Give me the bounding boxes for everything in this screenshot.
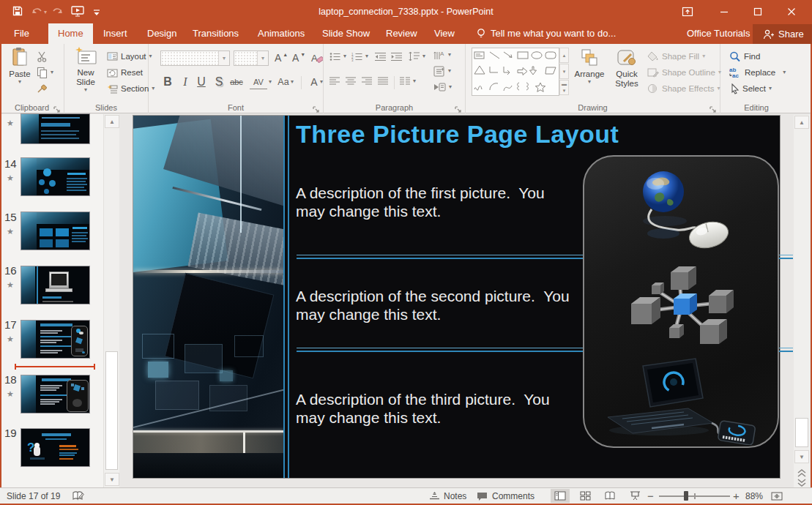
slide-sorter-view-button[interactable]: [576, 489, 595, 503]
network-cubes-picture[interactable]: [627, 263, 738, 353]
slide-show-button[interactable]: [625, 489, 644, 503]
slide-thumbnail-16[interactable]: [21, 266, 90, 304]
tell-me-box[interactable]: Tell me what you want to do...: [467, 23, 625, 44]
tab-animations[interactable]: Animations: [248, 23, 314, 44]
slide-area-scrollbar[interactable]: ▲ ▼: [794, 115, 810, 487]
text-shadow-button[interactable]: S: [212, 75, 226, 89]
reset-button[interactable]: Reset: [107, 66, 143, 79]
tab-view[interactable]: View: [425, 23, 464, 44]
paste-button[interactable]: Paste▾: [6, 47, 34, 85]
description-3-text[interactable]: A description of the third picture. You …: [296, 390, 573, 427]
tab-design[interactable]: Design: [138, 23, 186, 44]
slide-title-text[interactable]: Three Picture Page Layout: [296, 120, 619, 149]
align-text-button[interactable]: ▾: [433, 64, 451, 78]
slide-thumbnail-13-partial[interactable]: [21, 113, 90, 144]
scrollbar-thumb[interactable]: [795, 418, 808, 447]
align-right-button[interactable]: [362, 75, 372, 88]
layout-button[interactable]: Layout▾: [107, 50, 152, 63]
bullets-button[interactable]: ▾: [329, 50, 346, 63]
paragraph-dialog-launcher[interactable]: [455, 103, 462, 111]
gallery-scroll-up-icon[interactable]: ▴: [559, 48, 569, 63]
shapes-gallery-scroll[interactable]: ▴ ▾ ▬▾: [559, 48, 569, 96]
shrink-font-button[interactable]: A▼: [292, 51, 305, 64]
slide-canvas[interactable]: Three Picture Page Layout A description …: [133, 116, 780, 478]
scroll-down-icon[interactable]: ▼: [794, 450, 809, 463]
normal-view-button[interactable]: [551, 489, 570, 503]
find-button[interactable]: Find: [729, 50, 760, 63]
gallery-scroll-down-icon[interactable]: ▾: [559, 64, 569, 79]
maximize-button[interactable]: [745, 0, 770, 23]
share-button[interactable]: Share: [753, 24, 812, 44]
globe-mouse-picture[interactable]: [621, 164, 742, 258]
cut-button[interactable]: [37, 50, 48, 63]
character-spacing-button[interactable]: AV: [250, 75, 267, 89]
slide-thumbnail-19[interactable]: ?: [21, 428, 90, 467]
section-button[interactable]: Section▾: [107, 82, 154, 95]
slide-indicator[interactable]: Slide 17 of 19: [7, 488, 60, 504]
font-dialog-launcher[interactable]: [313, 103, 320, 111]
align-center-button[interactable]: [346, 75, 356, 88]
decrease-indent-button[interactable]: [375, 50, 386, 63]
arrange-button[interactable]: Arrange▾: [573, 48, 606, 85]
tab-transitions[interactable]: Transitions: [183, 23, 248, 44]
slide-thumbnail-18[interactable]: [21, 375, 90, 414]
increase-indent-button[interactable]: [391, 50, 402, 63]
office-tutorials-link[interactable]: Office Tutorials: [677, 23, 759, 44]
tab-review[interactable]: Review: [376, 23, 427, 44]
tab-file[interactable]: File: [4, 23, 39, 44]
italic-button[interactable]: I: [178, 75, 193, 89]
zoom-level[interactable]: 88%: [745, 488, 763, 504]
picture-panel[interactable]: [583, 155, 779, 448]
minimize-button[interactable]: [712, 0, 737, 23]
notes-button[interactable]: Notes: [429, 488, 466, 504]
zoom-out-button[interactable]: −: [647, 488, 654, 504]
scroll-up-icon[interactable]: ▲: [794, 116, 809, 129]
shape-fill-button[interactable]: Shape Fill▾: [647, 50, 705, 63]
thumbnail-scroll-up-icon[interactable]: ▲: [105, 115, 119, 128]
gallery-more-icon[interactable]: ▬▾: [559, 80, 569, 95]
shape-outline-button[interactable]: Shape Outline▾: [647, 66, 721, 79]
grow-font-button[interactable]: A▲: [275, 51, 288, 64]
tab-home[interactable]: Home: [48, 23, 93, 44]
description-2-text[interactable]: A description of the second picture. You…: [296, 287, 573, 323]
thumbnail-scroll-down-icon[interactable]: ▼: [105, 473, 119, 486]
slide-thumbnail-15[interactable]: [21, 212, 90, 250]
shapes-gallery[interactable]: [472, 48, 559, 96]
thumbnail-scrollbar-thumb[interactable]: [105, 351, 118, 470]
justify-button[interactable]: [378, 75, 388, 88]
line-spacing-button[interactable]: ▾: [409, 50, 425, 63]
zoom-slider-thumb[interactable]: [684, 491, 688, 501]
convert-to-smartart-button[interactable]: ▾: [433, 81, 452, 94]
quick-styles-button[interactable]: Quick Styles: [609, 48, 644, 89]
font-name-combo[interactable]: ▾: [160, 50, 230, 66]
select-button[interactable]: Select▾: [729, 82, 772, 95]
tab-slide-show[interactable]: Slide Show: [313, 23, 379, 44]
strikethrough-button[interactable]: abc: [228, 75, 245, 89]
shape-effects-button[interactable]: Shape Effects▾: [647, 82, 720, 95]
thumbnail-scrollbar[interactable]: ▲ ▼: [103, 114, 119, 487]
numbering-button[interactable]: 123▾: [351, 50, 368, 63]
columns-button[interactable]: ▾: [400, 75, 416, 88]
tab-insert[interactable]: Insert: [94, 23, 137, 44]
ribbon-display-options-icon[interactable]: [675, 0, 700, 23]
slide-thumbnail-14[interactable]: [21, 157, 90, 196]
fit-slide-to-window-button[interactable]: [767, 489, 786, 503]
change-case-dropdown-icon[interactable]: ▾: [289, 75, 295, 89]
format-painter-button[interactable]: [37, 82, 48, 95]
font-name-dropdown-icon[interactable]: ▾: [218, 51, 229, 65]
text-direction-button[interactable]: A▾: [433, 48, 451, 61]
drawing-dialog-launcher[interactable]: [709, 103, 717, 111]
font-size-combo[interactable]: ▾: [234, 50, 269, 66]
comments-button[interactable]: Comments: [477, 488, 534, 504]
laptop-device-picture[interactable]: [600, 353, 763, 448]
spell-check-icon[interactable]: [72, 488, 84, 504]
close-button[interactable]: [779, 0, 804, 23]
clipboard-dialog-launcher[interactable]: [53, 103, 61, 111]
reading-view-button[interactable]: [600, 489, 619, 503]
underline-button[interactable]: U: [194, 75, 209, 89]
character-spacing-dropdown-icon[interactable]: ▾: [267, 75, 273, 89]
slide-thumbnail-17[interactable]: [21, 320, 90, 359]
font-size-dropdown-icon[interactable]: ▾: [257, 51, 268, 65]
change-case-button[interactable]: Aa: [276, 75, 291, 89]
replace-button[interactable]: abacReplace▾: [729, 66, 786, 79]
